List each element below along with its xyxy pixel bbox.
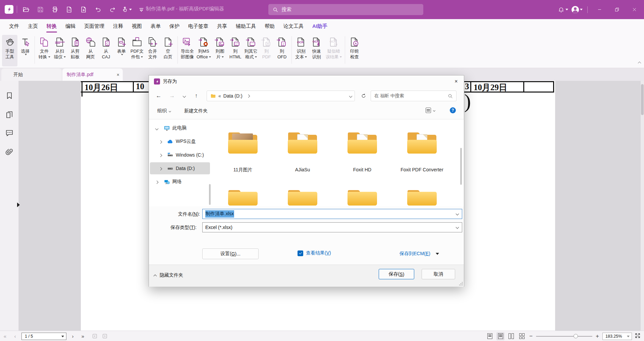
tab-start[interactable]: 开始: [1, 68, 62, 81]
breadcrumb-chevrons[interactable]: «: [218, 93, 221, 99]
cancel-button[interactable]: 取消: [422, 269, 455, 279]
ribbon-tool[interactable]: 疑似错 误结果: [324, 35, 343, 66]
quick-access-button[interactable]: [93, 5, 103, 15]
menu-item[interactable]: 页面管理: [80, 19, 109, 34]
view-result-label[interactable]: 查看结果(V): [306, 250, 331, 256]
folder-item[interactable]: [332, 189, 392, 206]
global-search-input[interactable]: 搜索: [268, 4, 423, 15]
zoom-level-input[interactable]: 183.25%: [602, 333, 632, 340]
ribbon-tool[interactable]: 表单: [114, 35, 129, 66]
next-page-button[interactable]: ›: [68, 333, 78, 339]
help-button[interactable]: ?: [450, 107, 456, 113]
expander-icon[interactable]: [156, 179, 158, 184]
resize-grip[interactable]: [459, 282, 463, 286]
ribbon-tool[interactable]: 从扫 描仪: [52, 35, 67, 66]
files-scrollbar-thumb[interactable]: [460, 148, 462, 185]
quick-access-button[interactable]: [50, 5, 60, 15]
view-result-checkbox-row[interactable]: 查看结果(V): [298, 250, 331, 256]
quick-access-button[interactable]: [78, 5, 89, 15]
dialog-titlebar[interactable]: 另存为: [149, 75, 464, 88]
menu-item[interactable]: 帮助: [260, 19, 279, 34]
dialog-close-button[interactable]: ×: [448, 75, 464, 88]
page-number-input[interactable]: 1 / 5: [21, 333, 66, 340]
scrollbar-thumb[interactable]: [641, 84, 644, 115]
ribbon-tool[interactable]: 空 白页: [160, 35, 176, 66]
previous-page-button[interactable]: ‹: [10, 333, 20, 339]
ribbon-tool[interactable]: 到其它 格式: [243, 35, 259, 66]
tree-item[interactable]: 网络: [149, 175, 212, 188]
close-button[interactable]: [627, 0, 641, 19]
folder-item[interactable]: [213, 189, 273, 206]
expander-icon[interactable]: [156, 125, 158, 131]
first-page-button[interactable]: «: [0, 333, 10, 339]
back-button[interactable]: ←: [153, 90, 164, 102]
ribbon-tool[interactable]: 到MS Office: [195, 35, 212, 66]
menu-item[interactable]: 论文工具: [279, 19, 308, 34]
menu-item[interactable]: 注释: [109, 19, 127, 34]
account-button[interactable]: [572, 6, 583, 13]
folder-item[interactable]: Foxit HD: [332, 131, 392, 173]
menu-item[interactable]: 转换: [42, 19, 61, 34]
ribbon-tool[interactable]: 从 网页: [83, 35, 98, 66]
tree-scrollbar-thumb[interactable]: [209, 184, 211, 205]
next-view-button[interactable]: [101, 333, 108, 340]
menu-item[interactable]: AI助手: [308, 19, 332, 34]
ribbon-tool[interactable]: 识别 文本: [293, 35, 309, 66]
ribbon-tool[interactable]: 到 HTML: [228, 35, 243, 66]
settings-button[interactable]: 设置(G)...: [202, 248, 259, 259]
folder-item[interactable]: Foxit PDF Converter: [392, 131, 452, 173]
document-scrollbar[interactable]: [641, 81, 644, 331]
notifications-button[interactable]: [558, 6, 568, 13]
comments-panel-button[interactable]: [5, 129, 13, 137]
ribbon-tool[interactable]: 合并 文件: [145, 35, 160, 66]
menu-item[interactable]: 辅助工具: [231, 19, 260, 34]
quick-access-button[interactable]: [122, 5, 132, 15]
foxit-logo-icon[interactable]: [5, 5, 13, 14]
minimize-button[interactable]: [592, 0, 606, 19]
continuous-view-button[interactable]: [496, 332, 504, 340]
page-dropdown-icon[interactable]: [61, 336, 64, 337]
ribbon-tool[interactable]: 到 PDF: [259, 35, 274, 66]
address-dropdown-icon[interactable]: [349, 94, 353, 98]
last-page-button[interactable]: »: [78, 333, 88, 339]
ribbon-tool[interactable]: 选择: [17, 35, 33, 66]
menu-item[interactable]: 视图: [127, 19, 146, 34]
quick-access-button[interactable]: [136, 5, 146, 15]
collapse-ribbon-icon[interactable]: [638, 60, 642, 63]
menu-item[interactable]: 主页: [23, 19, 42, 34]
quick-access-button[interactable]: [64, 5, 74, 15]
ribbon-tool[interactable]: 导出全 部图像: [179, 35, 195, 66]
checkbox-checked-icon[interactable]: [298, 250, 303, 256]
zoom-in-button[interactable]: +: [595, 333, 600, 340]
breadcrumb-path[interactable]: Data (D:): [223, 93, 243, 99]
menu-item[interactable]: 文件: [5, 19, 23, 34]
up-button[interactable]: ↑: [191, 90, 202, 102]
organize-button[interactable]: 组织: [157, 108, 171, 114]
savetype-select[interactable]: Excel (*.xlsx): [202, 222, 462, 232]
breadcrumb-arrow-icon[interactable]: [247, 94, 250, 98]
ribbon-tool[interactable]: PDF文 件包: [129, 35, 145, 66]
tree-item[interactable]: 此电脑: [149, 121, 212, 135]
menu-item[interactable]: 表单: [146, 19, 165, 34]
tree-item[interactable]: Data (D:): [149, 162, 212, 175]
recent-locations-button[interactable]: [178, 90, 190, 102]
expander-icon[interactable]: [159, 152, 162, 158]
zoom-dropdown-icon[interactable]: [627, 336, 630, 337]
ribbon-tool[interactable]: 文件 转换: [37, 35, 52, 66]
previous-view-button[interactable]: [91, 333, 98, 340]
folder-item[interactable]: [273, 189, 332, 206]
sidebar-expand-handle[interactable]: [17, 203, 20, 207]
ribbon-tool[interactable]: 印前 检查: [347, 35, 362, 66]
ribbon-tool[interactable]: 从剪 贴板: [67, 35, 83, 66]
single-page-view-button[interactable]: [486, 332, 494, 340]
tree-item[interactable]: WPS云盘: [149, 135, 212, 148]
menu-item[interactable]: 编辑: [61, 19, 80, 34]
bookmarks-panel-button[interactable]: [5, 92, 13, 100]
savetype-dropdown-icon[interactable]: [456, 226, 459, 229]
filename-input[interactable]: 制作清单.xlsx: [202, 209, 462, 219]
expander-icon[interactable]: [159, 139, 162, 144]
fullscreen-button[interactable]: [635, 333, 641, 340]
forward-button[interactable]: →: [166, 90, 178, 102]
attachments-panel-button[interactable]: [5, 148, 13, 156]
breadcrumb[interactable]: « Data (D:): [207, 91, 355, 101]
